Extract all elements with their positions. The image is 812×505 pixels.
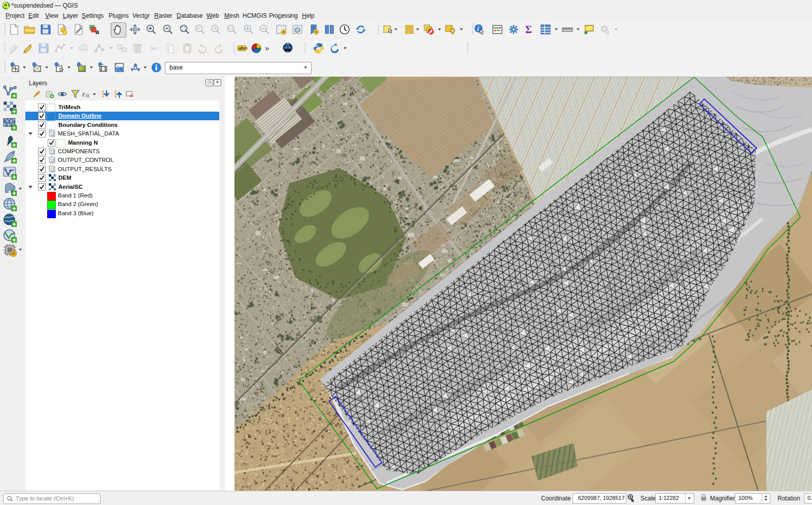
- svg-text:ε: ε: [82, 90, 85, 98]
- svg-text:abc: abc: [239, 46, 246, 51]
- svg-text:a: a: [95, 28, 99, 36]
- svg-text:»: »: [265, 44, 269, 52]
- svg-text:1:1: 1:1: [228, 27, 233, 30]
- svg-text:✂: ✂: [150, 44, 158, 54]
- svg-text:Σ: Σ: [525, 24, 532, 35]
